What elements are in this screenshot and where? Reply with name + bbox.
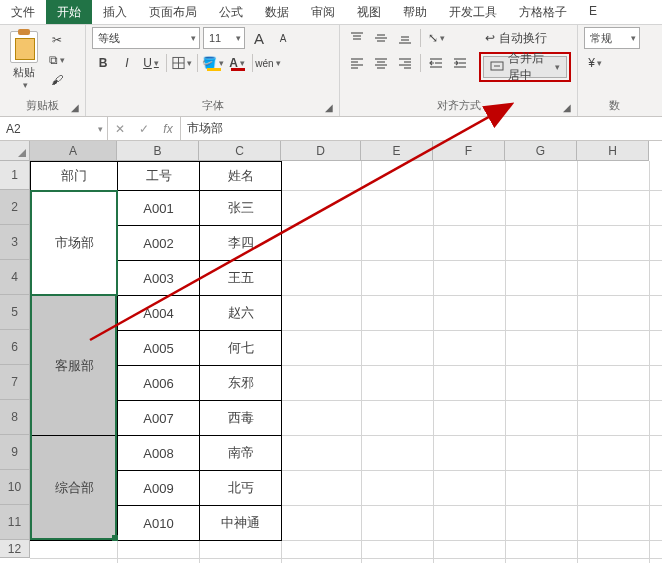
col-header-H[interactable]: H: [577, 141, 649, 161]
row-header-9[interactable]: 9: [0, 435, 30, 470]
row-header-10[interactable]: 10: [0, 470, 30, 505]
phonetic-button[interactable]: wén▾: [257, 52, 279, 74]
format-painter-button[interactable]: 🖌: [46, 71, 68, 89]
merge-center-button[interactable]: 合并后居中 ▾: [483, 56, 567, 78]
row-header-8[interactable]: 8: [0, 400, 30, 435]
tab-addon[interactable]: 方格格子: [508, 0, 578, 24]
decrease-indent-button[interactable]: [425, 52, 447, 74]
worksheet-grid[interactable]: ABCDEFGH 123456789101112 部门工号姓名市场部A001张三…: [0, 141, 662, 563]
cell[interactable]: A002: [117, 225, 200, 261]
cell[interactable]: A001: [117, 190, 200, 226]
select-all-corner[interactable]: [0, 141, 30, 161]
cell[interactable]: 王五: [199, 260, 282, 296]
tab-formulas[interactable]: 公式: [208, 0, 254, 24]
col-header-F[interactable]: F: [433, 141, 505, 161]
row-header-7[interactable]: 7: [0, 365, 30, 400]
cell[interactable]: 综合部: [30, 435, 118, 541]
cell[interactable]: A008: [117, 435, 200, 471]
tab-review[interactable]: 审阅: [300, 0, 346, 24]
wrap-text-button[interactable]: ↩自动换行: [479, 27, 571, 49]
dialog-launcher-icon[interactable]: ◢: [561, 102, 573, 114]
tab-insert[interactable]: 插入: [92, 0, 138, 24]
cell[interactable]: 市场部: [30, 190, 118, 296]
orientation-button[interactable]: ⤡▾: [425, 27, 447, 49]
row-header-6[interactable]: 6: [0, 330, 30, 365]
tab-developer[interactable]: 开发工具: [438, 0, 508, 24]
cell[interactable]: 南帝: [199, 435, 282, 471]
row-header-5[interactable]: 5: [0, 295, 30, 330]
confirm-icon[interactable]: ✓: [132, 122, 156, 136]
cell[interactable]: 客服部: [30, 295, 118, 436]
paste-button[interactable]: 粘贴 ▾: [6, 31, 42, 90]
cell[interactable]: A005: [117, 330, 200, 366]
col-header-E[interactable]: E: [361, 141, 433, 161]
underline-button[interactable]: U▾: [140, 52, 162, 74]
cells-area[interactable]: 部门工号姓名市场部A001张三A002李四A003王五客服部A004赵六A005…: [30, 161, 662, 563]
copy-button[interactable]: ⧉▾: [46, 51, 68, 69]
tab-view[interactable]: 视图: [346, 0, 392, 24]
cell[interactable]: 中神通: [199, 505, 282, 541]
col-header-A[interactable]: A: [30, 141, 117, 161]
formula-input[interactable]: 市场部: [181, 117, 662, 140]
accounting-format-button[interactable]: ¥▾: [584, 52, 606, 74]
tab-more[interactable]: E: [578, 0, 608, 24]
fill-color-button[interactable]: 🪣▾: [202, 52, 224, 74]
cell[interactable]: 李四: [199, 225, 282, 261]
increase-indent-button[interactable]: [449, 52, 471, 74]
cell[interactable]: 姓名: [199, 161, 282, 191]
row-header-3[interactable]: 3: [0, 225, 30, 260]
tab-data[interactable]: 数据: [254, 0, 300, 24]
bold-button[interactable]: B: [92, 52, 114, 74]
cell[interactable]: A004: [117, 295, 200, 331]
decrease-font-button[interactable]: A: [272, 27, 294, 49]
cell[interactable]: 部门: [30, 161, 118, 191]
tab-home[interactable]: 开始: [46, 0, 92, 24]
font-size-combo[interactable]: 11: [203, 27, 245, 49]
col-header-C[interactable]: C: [199, 141, 281, 161]
row-header-2[interactable]: 2: [0, 190, 30, 225]
align-center-button[interactable]: [370, 52, 392, 74]
align-middle-button[interactable]: [370, 27, 392, 49]
align-top-button[interactable]: [346, 27, 368, 49]
row-header-12[interactable]: 12: [0, 540, 30, 558]
cell[interactable]: A006: [117, 365, 200, 401]
fx-icon[interactable]: fx: [156, 122, 180, 136]
cancel-icon[interactable]: ✕: [108, 122, 132, 136]
cell[interactable]: 张三: [199, 190, 282, 226]
name-box[interactable]: A2: [0, 117, 108, 140]
italic-button[interactable]: I: [116, 52, 138, 74]
font-name-combo[interactable]: 等线: [92, 27, 200, 49]
align-bottom-button[interactable]: [394, 27, 416, 49]
cell[interactable]: 赵六: [199, 295, 282, 331]
chevron-down-icon[interactable]: ▾: [23, 80, 28, 90]
number-format-combo[interactable]: 常规: [584, 27, 640, 49]
align-left-button[interactable]: [346, 52, 368, 74]
cell[interactable]: A003: [117, 260, 200, 296]
col-header-D[interactable]: D: [281, 141, 361, 161]
row-header-4[interactable]: 4: [0, 260, 30, 295]
chevron-down-icon[interactable]: ▾: [555, 62, 560, 72]
cell[interactable]: 西毒: [199, 400, 282, 436]
cell[interactable]: A010: [117, 505, 200, 541]
cell[interactable]: 工号: [117, 161, 200, 191]
cut-button[interactable]: ✂: [46, 31, 68, 49]
col-header-B[interactable]: B: [117, 141, 199, 161]
tab-page-layout[interactable]: 页面布局: [138, 0, 208, 24]
align-right-button[interactable]: [394, 52, 416, 74]
tab-file[interactable]: 文件: [0, 0, 46, 24]
cell[interactable]: 何七: [199, 330, 282, 366]
borders-button[interactable]: ▾: [171, 52, 193, 74]
row-header-1[interactable]: 1: [0, 161, 30, 190]
cell[interactable]: 北丐: [199, 470, 282, 506]
merge-icon: [490, 59, 504, 76]
dialog-launcher-icon[interactable]: ◢: [69, 102, 81, 114]
cell[interactable]: A009: [117, 470, 200, 506]
cell[interactable]: 东邪: [199, 365, 282, 401]
tab-help[interactable]: 帮助: [392, 0, 438, 24]
dialog-launcher-icon[interactable]: ◢: [323, 102, 335, 114]
cell[interactable]: A007: [117, 400, 200, 436]
col-header-G[interactable]: G: [505, 141, 577, 161]
font-color-button[interactable]: A▾: [226, 52, 248, 74]
row-header-11[interactable]: 11: [0, 505, 30, 540]
increase-font-button[interactable]: A: [248, 27, 270, 49]
